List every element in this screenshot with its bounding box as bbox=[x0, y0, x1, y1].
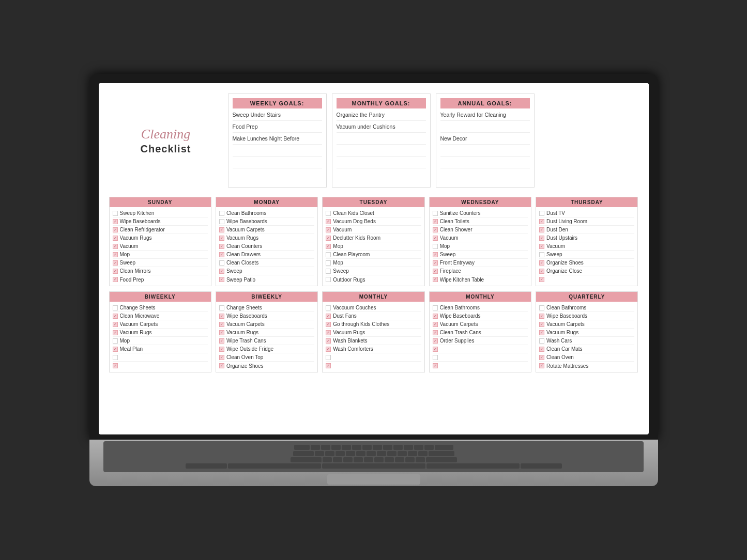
checkbox[interactable] bbox=[113, 305, 118, 310]
checkbox[interactable] bbox=[219, 227, 224, 232]
checkbox[interactable] bbox=[326, 363, 331, 368]
checkbox[interactable] bbox=[433, 305, 438, 310]
checkbox[interactable] bbox=[539, 363, 544, 368]
checkbox[interactable] bbox=[113, 277, 118, 282]
checkbox[interactable] bbox=[433, 244, 438, 249]
checkbox[interactable] bbox=[326, 305, 331, 310]
checkbox[interactable] bbox=[219, 219, 224, 224]
checkbox[interactable] bbox=[433, 355, 438, 360]
checkbox[interactable] bbox=[219, 314, 224, 319]
checklist-item-label: Vacuum Rugs bbox=[333, 330, 365, 335]
checkbox[interactable] bbox=[326, 227, 331, 232]
checkbox[interactable] bbox=[326, 338, 331, 344]
checkbox[interactable] bbox=[219, 338, 224, 344]
checkbox[interactable] bbox=[219, 322, 224, 327]
checkbox[interactable] bbox=[113, 244, 118, 249]
checkbox[interactable] bbox=[219, 305, 224, 310]
checkbox[interactable] bbox=[113, 219, 118, 224]
checkbox[interactable] bbox=[539, 236, 544, 241]
checkbox[interactable] bbox=[326, 277, 331, 282]
checkbox[interactable] bbox=[113, 269, 118, 274]
checkbox[interactable] bbox=[326, 355, 331, 360]
checkbox[interactable] bbox=[539, 305, 544, 310]
checkbox[interactable] bbox=[433, 330, 438, 335]
checkbox[interactable] bbox=[433, 322, 438, 327]
key bbox=[323, 457, 332, 462]
checkbox[interactable] bbox=[433, 338, 438, 344]
checkbox[interactable] bbox=[113, 363, 118, 368]
checklist-item-label: Wipe Outside Fridge bbox=[226, 346, 273, 352]
checkbox[interactable] bbox=[539, 252, 544, 257]
checkbox[interactable] bbox=[113, 227, 118, 232]
checkbox[interactable] bbox=[539, 260, 544, 266]
checkbox[interactable] bbox=[433, 219, 438, 224]
checkbox[interactable] bbox=[326, 330, 331, 335]
checklist-item: Sanitize Counters bbox=[433, 209, 528, 217]
checklist-item: Wipe Baseboards bbox=[219, 217, 314, 226]
checkbox[interactable] bbox=[539, 211, 544, 216]
checkbox[interactable] bbox=[219, 211, 224, 216]
checkbox[interactable] bbox=[219, 236, 224, 241]
checkbox[interactable] bbox=[219, 277, 224, 282]
checkbox[interactable] bbox=[433, 260, 438, 266]
checkbox[interactable] bbox=[433, 236, 438, 241]
checkbox[interactable] bbox=[326, 236, 331, 241]
checkbox[interactable] bbox=[433, 363, 438, 368]
checkbox[interactable] bbox=[539, 330, 544, 335]
checkbox[interactable] bbox=[113, 314, 118, 319]
key bbox=[398, 451, 407, 456]
checkbox[interactable] bbox=[433, 252, 438, 257]
checkbox[interactable] bbox=[219, 244, 224, 249]
checkbox[interactable] bbox=[219, 355, 224, 360]
checkbox[interactable] bbox=[113, 211, 118, 216]
checkbox[interactable] bbox=[539, 322, 544, 327]
checkbox[interactable] bbox=[539, 244, 544, 249]
checklist-item: Wipe Trash Cans bbox=[219, 337, 314, 345]
checkbox[interactable] bbox=[113, 338, 118, 344]
checkbox[interactable] bbox=[219, 269, 224, 274]
checkbox[interactable] bbox=[326, 219, 331, 224]
checkbox[interactable] bbox=[326, 314, 331, 319]
checkbox[interactable] bbox=[326, 322, 331, 327]
checkbox[interactable] bbox=[326, 252, 331, 257]
checkbox[interactable] bbox=[326, 347, 331, 352]
checkbox[interactable] bbox=[219, 330, 224, 335]
checkbox[interactable] bbox=[433, 314, 438, 319]
key bbox=[342, 445, 351, 450]
checkbox[interactable] bbox=[433, 347, 438, 352]
key bbox=[435, 445, 453, 450]
checkbox[interactable] bbox=[113, 355, 118, 360]
checkbox[interactable] bbox=[219, 363, 224, 368]
checkbox[interactable] bbox=[539, 314, 544, 319]
checkbox[interactable] bbox=[539, 277, 544, 282]
checkbox[interactable] bbox=[539, 355, 544, 360]
checkbox[interactable] bbox=[539, 347, 544, 352]
checkbox[interactable] bbox=[433, 277, 438, 282]
checkbox[interactable] bbox=[219, 252, 224, 257]
checkbox[interactable] bbox=[433, 227, 438, 232]
checkbox[interactable] bbox=[433, 211, 438, 216]
checkbox[interactable] bbox=[326, 260, 331, 266]
checkbox[interactable] bbox=[326, 269, 331, 274]
checkbox[interactable] bbox=[539, 227, 544, 232]
annual-goals-header: ANNUAL GOALS: bbox=[440, 98, 530, 108]
checklist-item-label: Sweep bbox=[120, 260, 136, 266]
checkbox[interactable] bbox=[113, 260, 118, 266]
checkbox[interactable] bbox=[113, 347, 118, 352]
checkbox[interactable] bbox=[539, 338, 544, 344]
checklist-item-label: Mop bbox=[120, 252, 130, 257]
checklist-item: Vacuum Rugs bbox=[326, 329, 421, 337]
checkbox[interactable] bbox=[219, 260, 224, 266]
key bbox=[387, 451, 397, 456]
checkbox[interactable] bbox=[326, 244, 331, 249]
checkbox[interactable] bbox=[113, 236, 118, 241]
checkbox[interactable] bbox=[113, 322, 118, 327]
checkbox[interactable] bbox=[113, 252, 118, 257]
checkbox[interactable] bbox=[113, 330, 118, 335]
checkbox[interactable] bbox=[326, 211, 331, 216]
checkbox[interactable] bbox=[539, 269, 544, 274]
checkbox[interactable] bbox=[539, 219, 544, 224]
checkbox[interactable] bbox=[433, 269, 438, 274]
day-header: QUARTERLY bbox=[536, 292, 637, 302]
checkbox[interactable] bbox=[219, 347, 224, 352]
